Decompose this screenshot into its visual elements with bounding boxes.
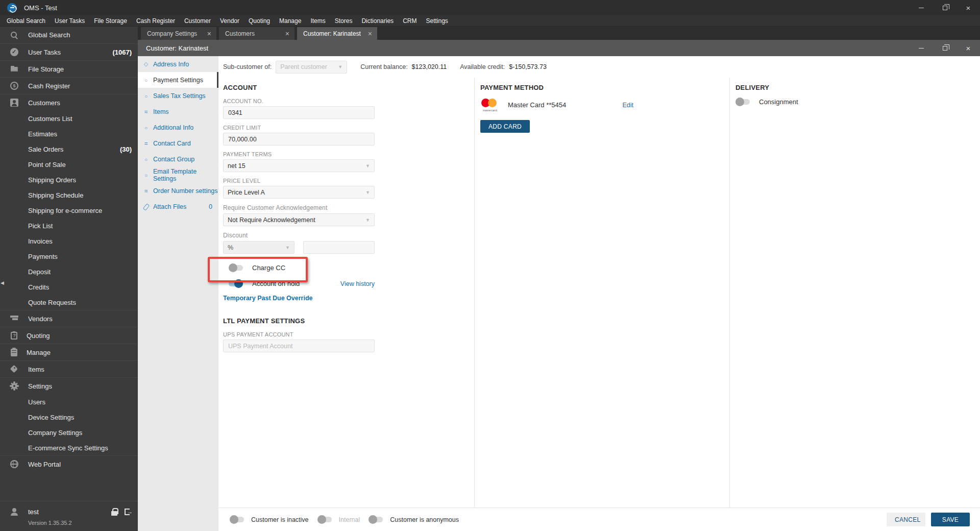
app-window: OMS - Test × Global SearchUser TasksFile… bbox=[0, 0, 980, 531]
doc-restore-button[interactable] bbox=[933, 40, 957, 56]
sidebar-item-label: Global Search bbox=[28, 31, 70, 39]
sidebar-item[interactable]: Shipping for e-commerce bbox=[0, 203, 138, 218]
account-on-hold-label: Account on hold bbox=[252, 280, 300, 287]
sidebar-item[interactable]: File Storage bbox=[0, 60, 138, 77]
consignment-toggle[interactable] bbox=[736, 99, 750, 105]
discount-unit-select[interactable]: % ▼ bbox=[223, 241, 295, 254]
lock-icon[interactable] bbox=[111, 508, 117, 516]
settings-nav-item[interactable]: Attach Files 0 bbox=[138, 199, 218, 214]
menu-item[interactable]: Stores bbox=[330, 15, 357, 27]
sidebar-item[interactable]: Invoices bbox=[0, 233, 138, 249]
save-button[interactable]: SAVE bbox=[931, 513, 970, 526]
doc-minimize-button[interactable] bbox=[910, 40, 933, 56]
menu-item[interactable]: User Tasks bbox=[50, 15, 89, 27]
minimize-button[interactable] bbox=[910, 0, 933, 15]
require-ack-select[interactable]: Not Require Acknowledgement ▼ bbox=[223, 213, 375, 226]
menu-item[interactable]: CRM bbox=[398, 15, 421, 27]
sidebar-item[interactable]: Settings bbox=[0, 377, 138, 394]
item-count-badge: (30) bbox=[120, 146, 132, 153]
menubar: Global SearchUser TasksFile StorageCash … bbox=[0, 15, 980, 27]
settings-nav-item[interactable]: Contact Group bbox=[138, 151, 218, 167]
sidebar-item[interactable]: Quote Requests bbox=[0, 295, 138, 310]
menu-item[interactable]: Quoting bbox=[244, 15, 275, 27]
tab[interactable]: Customer: Karinatest × bbox=[297, 27, 377, 40]
footer-toggle[interactable] bbox=[317, 517, 332, 522]
sidebar-item[interactable]: Global Search bbox=[0, 27, 138, 43]
footer-toggle[interactable] bbox=[369, 517, 383, 522]
sidebar-item[interactable]: Point of Sale bbox=[0, 157, 138, 172]
settings-nav-item[interactable]: Sales Tax Settings bbox=[138, 88, 218, 104]
logout-icon[interactable] bbox=[125, 509, 130, 515]
current-balance-value: $123,020.11 bbox=[412, 63, 447, 70]
sidebar-item-icon bbox=[11, 349, 17, 356]
sidebar-item[interactable]: Items bbox=[0, 360, 138, 377]
sidebar-item[interactable]: Shipping Orders bbox=[0, 172, 138, 187]
sidebar-item[interactable]: Customers List bbox=[0, 111, 138, 126]
sidebar-item[interactable]: Customers bbox=[0, 94, 138, 111]
menu-item[interactable]: Manage bbox=[275, 15, 306, 27]
menu-item[interactable]: Settings bbox=[421, 15, 452, 27]
parent-customer-select[interactable]: Parent customer ▼ bbox=[276, 61, 347, 74]
sidebar-item[interactable]: Deposit bbox=[0, 264, 138, 279]
sidebar-item[interactable]: Payments bbox=[0, 249, 138, 264]
sidebar-item[interactable]: User Tasks (1067) bbox=[0, 43, 138, 60]
sidebar-item[interactable]: Pick List bbox=[0, 218, 138, 233]
sidebar-item-label: Web Portal bbox=[28, 461, 61, 468]
close-button[interactable]: × bbox=[957, 0, 980, 15]
tab-close-icon[interactable]: × bbox=[285, 30, 289, 38]
sidebar-item[interactable]: Vendors bbox=[0, 310, 138, 327]
payment-terms-select[interactable]: net 15 ▼ bbox=[223, 159, 375, 172]
sidebar-item[interactable]: Web Portal bbox=[0, 455, 138, 472]
credit-limit-input[interactable] bbox=[223, 133, 375, 146]
minimize-icon bbox=[919, 8, 924, 8]
account-no-input[interactable] bbox=[223, 106, 375, 119]
restore-button[interactable] bbox=[933, 0, 957, 15]
payment-terms-label: PAYMENT TERMS bbox=[223, 151, 474, 157]
account-on-hold-toggle[interactable] bbox=[229, 281, 243, 286]
sidebar-item[interactable]: Cash Register bbox=[0, 77, 138, 94]
charge-cc-toggle[interactable] bbox=[229, 265, 243, 271]
discount-amount-input[interactable] bbox=[303, 241, 375, 254]
menu-item[interactable]: Vendor bbox=[215, 15, 244, 27]
sidebar-item[interactable]: Estimates bbox=[0, 126, 138, 141]
tab[interactable]: Company Settings × bbox=[141, 27, 216, 40]
sidebar-item[interactable]: Shipping Schedule bbox=[0, 187, 138, 203]
view-history-link[interactable]: View history bbox=[340, 280, 375, 287]
menu-item[interactable]: Cash Register bbox=[132, 15, 180, 27]
settings-nav-item[interactable]: Address Info bbox=[138, 56, 218, 72]
settings-nav-item[interactable]: Additional Info bbox=[138, 119, 218, 135]
settings-nav-item[interactable]: Payment Settings bbox=[138, 72, 218, 88]
sidebar-item[interactable]: Quoting bbox=[0, 327, 138, 344]
attach-files-count: 0 bbox=[209, 203, 212, 210]
sidebar-item[interactable]: Company Settings bbox=[0, 425, 138, 440]
menu-item[interactable]: Customer bbox=[180, 15, 215, 27]
sidebar-item[interactable]: Credits bbox=[0, 279, 138, 295]
sidebar-item[interactable]: Device Settings bbox=[0, 409, 138, 425]
settings-nav-item[interactable]: Items bbox=[138, 104, 218, 119]
payment-method-section: PAYMENT METHOD mastercard Master Card **… bbox=[475, 78, 730, 508]
sidebar-item[interactable]: E-commerce Sync Settings bbox=[0, 440, 138, 455]
add-card-button[interactable]: ADD CARD bbox=[480, 120, 530, 133]
ups-account-input[interactable] bbox=[223, 340, 375, 352]
footer-toggle[interactable] bbox=[230, 517, 244, 522]
settings-nav-item[interactable]: Order Number settings bbox=[138, 183, 218, 199]
menu-item[interactable]: Global Search bbox=[2, 15, 50, 27]
price-level-select[interactable]: Price Level A ▼ bbox=[223, 186, 375, 199]
menu-item[interactable]: Dictionaries bbox=[357, 15, 398, 27]
edit-card-link[interactable]: Edit bbox=[622, 102, 633, 109]
tab[interactable]: Customers × bbox=[219, 27, 295, 40]
settings-nav-item[interactable]: Email Template Settings bbox=[138, 167, 218, 183]
tab-close-icon[interactable]: × bbox=[207, 30, 211, 38]
sidebar-item-label: E-commerce Sync Settings bbox=[28, 444, 108, 452]
past-due-override-link[interactable]: Temporary Past Due Override bbox=[223, 295, 474, 302]
settings-nav-item[interactable]: Contact Card bbox=[138, 135, 218, 151]
sidebar-item[interactable]: Manage bbox=[0, 344, 138, 360]
sidebar-item[interactable]: Sale Orders (30) bbox=[0, 141, 138, 157]
menu-item[interactable]: Items bbox=[306, 15, 330, 27]
cancel-button[interactable]: CANCEL bbox=[887, 513, 925, 526]
doc-close-button[interactable]: × bbox=[957, 40, 980, 56]
menu-item[interactable]: File Storage bbox=[89, 15, 132, 27]
available-credit-label: Available credit: bbox=[460, 63, 505, 70]
tab-close-icon[interactable]: × bbox=[368, 30, 372, 38]
sidebar-item[interactable]: Users bbox=[0, 394, 138, 409]
